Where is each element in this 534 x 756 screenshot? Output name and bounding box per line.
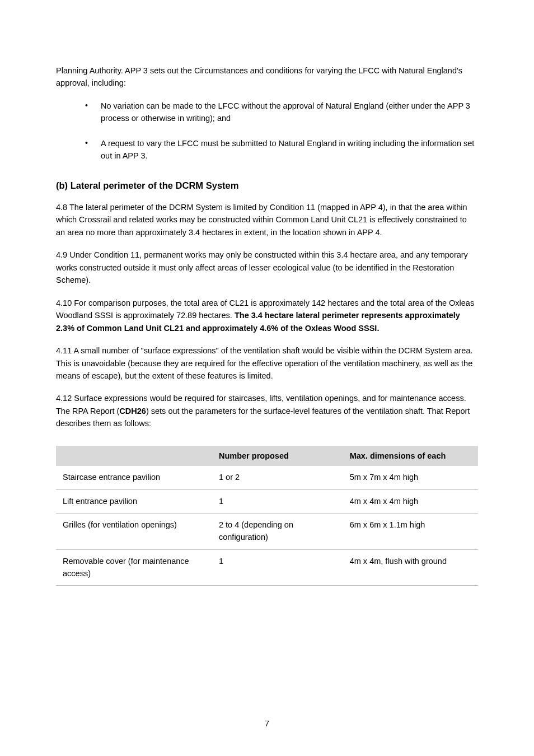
table-cell: 4m x 4m, flush with ground xyxy=(343,549,478,586)
bullet-item: No variation can be made to the LFCC wit… xyxy=(85,100,478,125)
table-row: Lift entrance pavilion 1 4m x 4m x 4m hi… xyxy=(56,489,478,514)
reference-bold: CDH26 xyxy=(119,407,146,416)
table-cell: 2 to 4 (depending on configuration) xyxy=(212,514,343,550)
bullet-list: No variation can be made to the LFCC wit… xyxy=(85,100,478,162)
table-header: Number proposed xyxy=(212,446,343,466)
table-cell: Removable cover (for maintenance access) xyxy=(56,549,212,586)
table-row: Staircase entrance pavilion 1 or 2 5m x … xyxy=(56,466,478,489)
table-cell: Lift entrance pavilion xyxy=(56,489,212,514)
table-header: Max. dimensions of each xyxy=(343,446,478,466)
section-heading: (b) Lateral perimeter of the DCRM System xyxy=(56,180,478,191)
paragraph: 4.10 For comparison purposes, the total … xyxy=(56,297,478,334)
table-header-row: Number proposed Max. dimensions of each xyxy=(56,446,478,466)
paragraph: 4.11 A small number of "surface expressi… xyxy=(56,344,478,382)
paragraph: 4.8 The lateral perimeter of the DCRM Sy… xyxy=(56,201,478,239)
table-cell: Grilles (for ventilation openings) xyxy=(56,514,212,550)
paragraph: 4.12 Surface expressions would be requir… xyxy=(56,392,478,430)
table-header xyxy=(56,446,212,466)
parameters-table: Number proposed Max. dimensions of each … xyxy=(56,446,478,586)
table-cell: Staircase entrance pavilion xyxy=(56,466,212,489)
table-cell: 6m x 6m x 1.1m high xyxy=(343,514,478,550)
paragraph: 4.9 Under Condition 11, permanent works … xyxy=(56,249,478,286)
table-row: Grilles (for ventilation openings) 2 to … xyxy=(56,514,478,550)
table-cell: 1 xyxy=(212,489,343,514)
table-row: Removable cover (for maintenance access)… xyxy=(56,549,478,586)
bullet-item: A request to vary the LFCC must be submi… xyxy=(85,137,478,162)
table-cell: 1 xyxy=(212,549,343,586)
page-number: 7 xyxy=(265,719,269,728)
table-cell: 4m x 4m x 4m high xyxy=(343,489,478,514)
intro-paragraph: Planning Authority. APP 3 sets out the C… xyxy=(56,64,478,90)
table-cell: 1 or 2 xyxy=(212,466,343,489)
table-cell: 5m x 7m x 4m high xyxy=(343,466,478,489)
